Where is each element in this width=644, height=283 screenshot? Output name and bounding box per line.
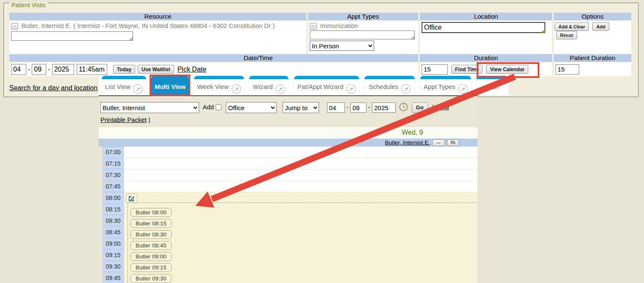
resize-grip-icon[interactable] <box>411 35 414 39</box>
add-checkbox-label: Add <box>203 103 214 111</box>
pick-date-link[interactable]: Pick Date <box>178 66 206 73</box>
time-label: 09:15 <box>103 250 124 261</box>
time-row: 07:45 <box>99 181 477 192</box>
pipe-separator: | <box>148 116 150 123</box>
visit-month-input[interactable] <box>11 64 26 75</box>
time-label: 08:45 <box>103 227 124 238</box>
appt-types-cell: - Immunization In Person <box>308 21 418 54</box>
add-button[interactable]: Add <box>592 22 609 31</box>
open-new-icon[interactable]: ↗ <box>347 84 356 94</box>
column-header-options: Options <box>554 13 631 20</box>
panel-legend: Patient Visits <box>9 2 48 8</box>
date-separator: - <box>347 103 349 111</box>
slot-button[interactable]: Butler 08:15 <box>130 219 172 228</box>
fb-toggle-button[interactable]: f/b <box>447 139 459 146</box>
visit-time-input[interactable] <box>77 64 107 75</box>
slot-area[interactable] <box>124 181 477 192</box>
jump-to-select[interactable]: Jump to <box>283 102 319 113</box>
date-separator: - <box>368 103 370 111</box>
open-new-icon[interactable]: ↗ <box>458 84 468 94</box>
open-new-icon[interactable]: ↗ <box>133 84 143 94</box>
column-header-datetime: Date/Time <box>9 54 418 62</box>
tab-wizard[interactable]: Wizard↗ <box>249 75 289 95</box>
date-separator: - <box>28 66 30 73</box>
location-select[interactable]: Office <box>226 102 277 113</box>
tab-appt-types[interactable]: Appt Types↗ <box>420 75 472 95</box>
search-day-location-link[interactable]: Search for a day and location <box>9 84 97 92</box>
today-button[interactable]: Today <box>113 65 135 74</box>
duration-cell: Find Time View Calendar <box>420 62 552 76</box>
find-time-button[interactable]: Find Time <box>451 65 483 74</box>
toolbar-year-input[interactable] <box>372 103 396 113</box>
day-header-label: Wed, 9 <box>402 129 423 136</box>
calendar-toolbar: Butler, Internist Add Office Jump to - -… <box>100 101 476 126</box>
column-header-location: Location <box>420 13 552 20</box>
tab-schedules[interactable]: Schedules↗ <box>364 75 415 95</box>
slot-area[interactable] <box>124 147 477 158</box>
slot-button-column: Butler 08:00 Butler 08:15 Butler 08:30 B… <box>130 208 172 283</box>
slot-button[interactable]: Butler 08:45 <box>130 241 172 250</box>
add-and-clear-button[interactable]: Add & Clear <box>555 22 589 31</box>
time-label: 07:45 <box>103 181 124 192</box>
time-row: 07:30 <box>99 169 477 181</box>
resize-grip-icon[interactable] <box>129 36 133 40</box>
time-label: 07:15 <box>103 158 124 169</box>
time-label: 09:45 <box>103 272 124 283</box>
toolbar-day-input[interactable] <box>350 103 366 113</box>
time-label: 09:30 <box>103 261 124 272</box>
slot-button[interactable]: Butler 08:30 <box>130 230 172 239</box>
resource-cell: - Butler, Internist E. ( Internist - For… <box>9 21 306 54</box>
use-waitlist-button[interactable]: Use Waitlist <box>138 65 174 74</box>
duration-input[interactable] <box>422 64 448 75</box>
provider-select[interactable]: Butler, Internist <box>100 102 199 113</box>
patient-duration-input[interactable] <box>555 64 579 75</box>
time-row: 07:15 <box>99 158 477 169</box>
visit-day-input[interactable] <box>32 64 46 75</box>
tab-partial[interactable]: Can <box>476 75 509 95</box>
location-input-wrap <box>422 22 545 33</box>
tab-week-view[interactable]: Week View↗ <box>194 75 244 95</box>
go-button[interactable]: Go <box>412 103 428 113</box>
tab-pat-appt-wizard[interactable]: Pat/Appt Wizard↗ <box>294 75 360 95</box>
day-calendar: Wed, 9 Butler, Internist E. — f/b 07:00 … <box>99 127 477 283</box>
time-row: 07:00 <box>99 147 477 158</box>
resource-header-row: Butler, Internist E. — f/b <box>99 139 477 147</box>
tab-list-view[interactable]: List View↗ <box>101 75 147 95</box>
open-new-icon[interactable]: ↗ <box>401 84 411 94</box>
time-label: 07:00 <box>103 147 124 158</box>
appt-mode-select[interactable]: In Person <box>310 41 374 51</box>
resource-column-link[interactable]: Butler, Internist E. <box>385 139 430 146</box>
slot-area[interactable] <box>124 158 477 169</box>
slot-button[interactable]: Butler 09:30 <box>130 274 172 283</box>
time-label: 08:30 <box>103 215 124 226</box>
collapse-column-button[interactable]: — <box>432 139 445 146</box>
date-separator: - <box>48 66 50 73</box>
collapse-resource-button[interactable]: - <box>11 23 18 30</box>
time-label: 09:00 <box>103 238 124 249</box>
collapse-appt-button[interactable]: - <box>310 23 317 30</box>
view-calendar-button[interactable]: View Calendar <box>486 65 528 74</box>
column-header-patient-duration: Patient Duration <box>554 54 631 62</box>
slot-area[interactable] <box>124 169 477 181</box>
location-input[interactable] <box>422 22 545 33</box>
column-header-duration: Duration <box>420 54 552 62</box>
edit-availability-button[interactable] <box>126 194 137 203</box>
slot-button[interactable]: Butler 08:00 <box>130 208 172 217</box>
pipe-separator: | <box>432 103 434 111</box>
time-picker-clock-icon[interactable] <box>399 103 408 111</box>
tab-multi-view[interactable]: Multi View <box>151 75 189 95</box>
toolbar-month-input[interactable] <box>327 103 345 113</box>
add-provider-checkbox[interactable] <box>216 104 222 110</box>
open-new-icon[interactable]: ↗ <box>232 84 241 94</box>
open-new-icon[interactable]: ↗ <box>276 84 285 94</box>
recur-button[interactable]: Recur <box>556 31 577 39</box>
resource-search-input[interactable] <box>11 31 133 41</box>
time-label: 08:00 <box>103 192 124 203</box>
resource-search-wrap <box>11 31 133 41</box>
visit-year-input[interactable] <box>52 64 74 75</box>
resize-grip-icon[interactable] <box>541 29 545 33</box>
schedule-template-region: Butler 08:00 Butler 08:15 Butler 08:30 B… <box>128 203 477 283</box>
slot-button[interactable]: Butler 09:00 <box>130 252 172 261</box>
slot-button[interactable]: Butler 09:15 <box>130 263 172 272</box>
appt-search-input[interactable] <box>310 31 415 39</box>
